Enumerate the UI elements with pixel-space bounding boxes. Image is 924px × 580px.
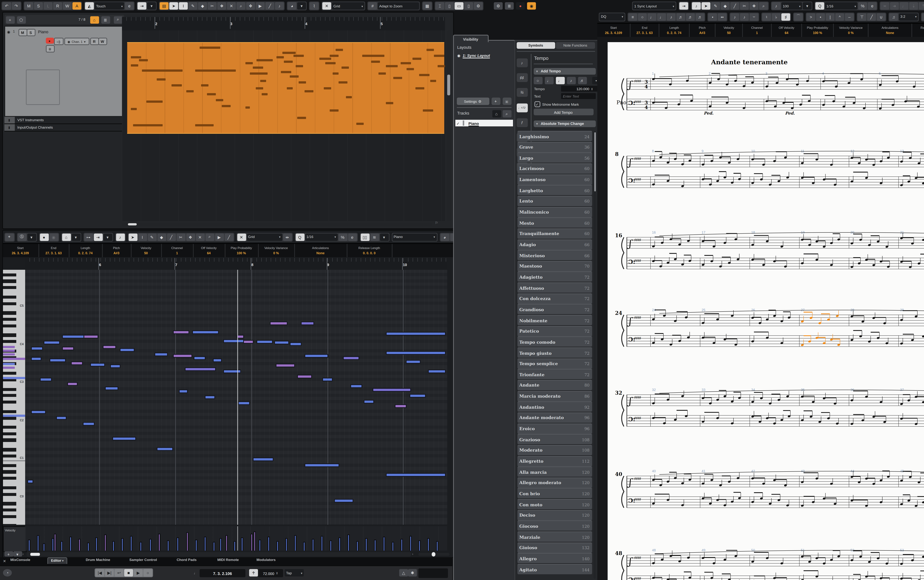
- automation-edit-icon[interactable]: e: [125, 2, 134, 10]
- velocity-bar[interactable]: [356, 541, 359, 550]
- grace-note2-icon[interactable]: ♪: [740, 13, 749, 20]
- midi-note[interactable]: [274, 341, 289, 345]
- home-filter-icon[interactable]: ⌂: [90, 16, 99, 23]
- quarter-icon[interactable]: ♩: [657, 13, 666, 20]
- midi-note[interactable]: [372, 388, 411, 392]
- part-midi-note[interactable]: [216, 99, 223, 101]
- tempo-list-item[interactable]: Tempo semplice72: [517, 358, 592, 369]
- record-pitch-icon[interactable]: ⇣: [909, 2, 918, 10]
- add-tempo-button[interactable]: Add Tempo: [533, 109, 593, 115]
- stop-button[interactable]: ■: [124, 569, 133, 577]
- velocity-bar[interactable]: [382, 537, 385, 550]
- tuplet-icon[interactable]: ♫: [889, 13, 898, 20]
- part-midi-note[interactable]: [255, 87, 263, 89]
- velocity-bar[interactable]: [400, 539, 403, 550]
- midi-note[interactable]: [304, 463, 339, 468]
- tempo-list-item[interactable]: Largo56: [517, 152, 592, 163]
- solo-caret[interactable]: ▾: [27, 233, 36, 241]
- delete-layout-button[interactable]: ▣: [502, 97, 511, 105]
- part-midi-note[interactable]: [332, 72, 338, 74]
- info-field-channel[interactable]: Channel1: [161, 244, 193, 257]
- velocity-bar[interactable]: [250, 534, 253, 550]
- visibility-tab[interactable]: Visibility: [453, 35, 488, 42]
- close-lower-zone-icon[interactable]: ✕: [3, 559, 6, 563]
- dot-icon[interactable]: •: [708, 13, 717, 20]
- tempo-list-item[interactable]: Trionfante72: [517, 369, 592, 379]
- dynamics-icon[interactable]: f: [516, 118, 527, 127]
- snap-type-select[interactable]: Grid▾: [332, 2, 364, 10]
- zoom-knob[interactable]: [432, 552, 435, 556]
- info-field-off-velocity[interactable]: Off Velocity64: [193, 244, 225, 257]
- midi-note[interactable]: [62, 335, 84, 339]
- tempo-list-item[interactable]: Adagietto72: [517, 272, 592, 282]
- tempo-list-item[interactable]: Lacrimoso60: [517, 163, 592, 174]
- listen-all-button[interactable]: L: [44, 2, 53, 10]
- velocity-bar[interactable]: [276, 541, 279, 550]
- retrospective-record-icon[interactable]: ◉: [49, 233, 58, 241]
- line2-tool-icon[interactable]: ╱: [224, 233, 233, 241]
- info-field-length[interactable]: Length0. 2. 0. 74: [69, 244, 102, 257]
- part-midi-note[interactable]: [393, 77, 402, 79]
- part-midi-note[interactable]: [426, 49, 433, 51]
- part-midi-note[interactable]: [433, 55, 444, 56]
- step-input-icon[interactable]: ≍: [880, 2, 889, 10]
- tempo-list-item[interactable]: Moderato108: [517, 445, 592, 455]
- part-midi-note[interactable]: [252, 66, 263, 68]
- breve-icon[interactable]: ≡: [628, 13, 637, 20]
- tempo-list-item[interactable]: Eroico96: [517, 423, 592, 433]
- tab-symbols[interactable]: Symbols: [516, 42, 555, 49]
- velocity-bar[interactable]: [311, 539, 314, 550]
- quantize-select[interactable]: 1/16▾: [825, 2, 858, 10]
- part-midi-note[interactable]: [406, 68, 413, 70]
- tempo-value-field[interactable]: 120.000⇕: [561, 86, 598, 92]
- goto-next-marker-button[interactable]: ▶|: [105, 569, 114, 577]
- midi-note[interactable]: [184, 367, 216, 371]
- part-midi-note[interactable]: [276, 56, 283, 58]
- midi-note[interactable]: [300, 321, 314, 326]
- part-midi-note[interactable]: [341, 66, 349, 68]
- midi-note[interactable]: [154, 353, 168, 357]
- piano-keyboard[interactable]: C5C4C3C2C1C0: [3, 270, 25, 525]
- part-midi-note[interactable]: [249, 72, 267, 74]
- track-piano[interactable]: ◉ 1 M S Piano ● ◁) ◉ Chan. 1 ▾ R W ≣: [4, 26, 124, 117]
- play-tool-icon[interactable]: ▶: [256, 2, 265, 10]
- tab-chord-pads[interactable]: Chord Pads: [177, 558, 197, 562]
- color-caret[interactable]: ▾: [297, 2, 306, 10]
- midi-note[interactable]: [238, 401, 249, 405]
- tempo-list-item[interactable]: Con dolcezza72: [517, 293, 592, 303]
- velocity-bar[interactable]: [374, 540, 376, 550]
- midi-note[interactable]: [409, 394, 425, 398]
- zoom-tool-icon[interactable]: ⌕: [205, 233, 214, 241]
- flat-icon[interactable]: ♭: [772, 13, 781, 20]
- velocity-bar[interactable]: [87, 542, 89, 550]
- midi-note[interactable]: [212, 358, 221, 362]
- tempo-list-item[interactable]: Grave36: [517, 142, 592, 152]
- part-midi-note[interactable]: [371, 61, 380, 63]
- snap-icon[interactable]: ✕: [237, 233, 246, 241]
- info-field-start[interactable]: Start26. 3. 4.109: [3, 244, 39, 257]
- add-layout-button[interactable]: +: [491, 97, 500, 105]
- drumstick-tool-icon[interactable]: ◆: [157, 233, 166, 241]
- midi-note[interactable]: [289, 342, 301, 346]
- part-midi-note[interactable]: [207, 93, 216, 95]
- tempo-list-item[interactable]: Marcia moderato86: [517, 391, 592, 401]
- panel-rec-icon[interactable]: ●: [516, 2, 525, 9]
- eighth-note-button[interactable]: ♪: [567, 77, 575, 84]
- project-hscrollbar[interactable]: [122, 222, 432, 226]
- tab-midi-remote[interactable]: MIDI Remote: [217, 558, 239, 562]
- display-quantize-icon[interactable]: DQ▾: [600, 13, 624, 20]
- transport-position-display[interactable]: 7. 3. 2.106: [199, 569, 245, 577]
- pin-icon[interactable]: ⌖: [5, 233, 14, 241]
- double-dot-icon[interactable]: ••: [718, 13, 726, 20]
- controller-lanes-icon[interactable]: ≋: [370, 233, 379, 241]
- tempo-list-item[interactable]: Patetico72: [517, 326, 592, 336]
- tuplet-select[interactable]: 3:2▾: [899, 13, 918, 20]
- part-midi-note[interactable]: [319, 58, 331, 59]
- velocity-bar[interactable]: [43, 543, 45, 550]
- part-midi-note[interactable]: [378, 72, 385, 74]
- part-midi-note[interactable]: [335, 49, 343, 51]
- feedback-icon[interactable]: ♪: [692, 2, 701, 10]
- tab-drum-machine[interactable]: Drum Machine: [86, 558, 110, 562]
- grid-type-select[interactable]: Adapt to Zoom: [378, 2, 419, 10]
- play-tool-icon[interactable]: ▶: [215, 233, 224, 241]
